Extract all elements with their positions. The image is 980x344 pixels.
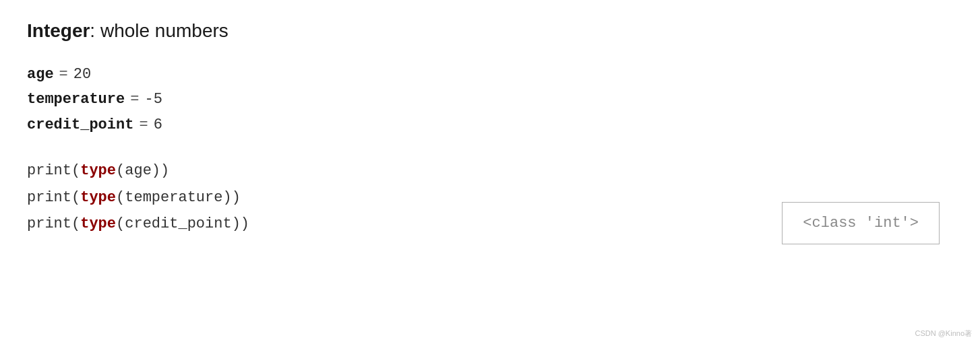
assignment-age: age=20 xyxy=(27,62,953,87)
watermark: CSDN @Kinno著 xyxy=(915,329,972,339)
heading-bold: Integer xyxy=(27,20,90,41)
section-heading: Integer: whole numbers xyxy=(27,20,953,42)
heading-rest: : whole numbers xyxy=(90,20,228,41)
assignment-temperature: temperature=-5 xyxy=(27,87,953,112)
assignments-block: age=20 temperature=-5 credit_point=6 xyxy=(27,62,953,137)
assignment-credit-point: credit_point=6 xyxy=(27,112,953,137)
output-box: <class 'int'> xyxy=(782,202,940,244)
var-credit-point: credit_point xyxy=(27,116,133,133)
print-age: print(type(age)) xyxy=(27,158,953,184)
val-credit-point: 6 xyxy=(154,116,162,133)
val-age: 20 xyxy=(73,66,91,83)
var-age: age xyxy=(27,66,54,83)
var-temperature: temperature xyxy=(27,91,125,108)
val-temperature: -5 xyxy=(144,91,162,108)
output-text: <class 'int'> xyxy=(803,215,919,232)
